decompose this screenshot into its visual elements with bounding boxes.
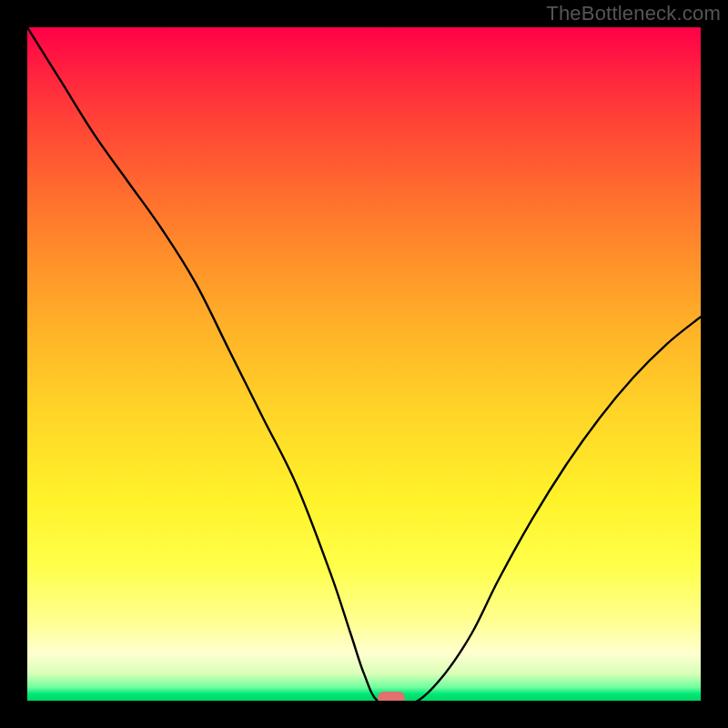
- plot-area: [27, 27, 701, 701]
- optimal-point-marker: [378, 692, 405, 701]
- bottleneck-curve: [27, 27, 701, 701]
- watermark-text: TheBottleneck.com: [546, 2, 721, 25]
- curve-svg: [27, 27, 701, 701]
- chart-frame: TheBottleneck.com: [0, 0, 728, 728]
